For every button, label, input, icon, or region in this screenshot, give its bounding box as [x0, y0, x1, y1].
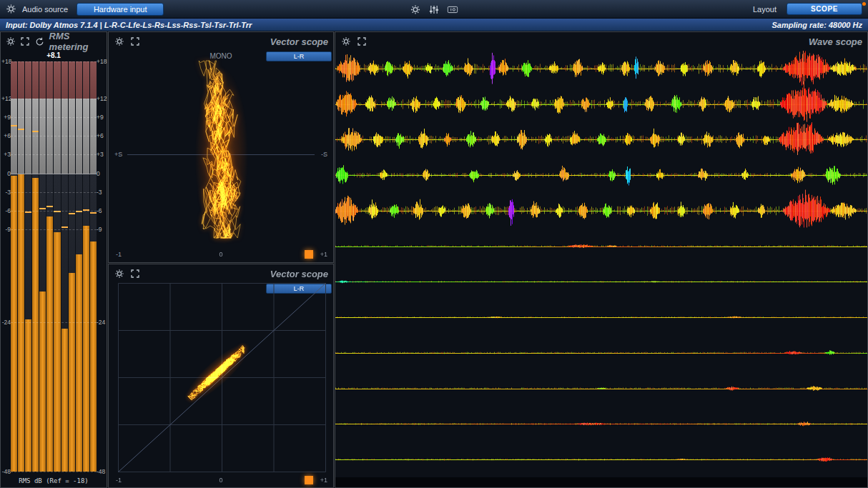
- vector-bottom-title: Vector scope: [270, 269, 328, 279]
- fullscreen-icon[interactable]: [21, 36, 30, 47]
- rms-meter-fill: [76, 254, 82, 472]
- rms-meter-channel: [61, 61, 68, 472]
- rms-peak-marker: [76, 211, 82, 212]
- axis-label-pos1: +1: [320, 251, 327, 258]
- gear-icon[interactable]: [114, 269, 124, 279]
- rms-peak-marker: [83, 209, 89, 211]
- vector-scope-display: [109, 283, 333, 476]
- wave-scope-panel: Wave scope: [335, 31, 868, 488]
- rms-scale-tick: +18: [1, 58, 11, 65]
- rms-meter-fill: [32, 178, 39, 472]
- wave-panel-footer: [335, 477, 867, 487]
- topbar-center-icons: [410, 0, 458, 19]
- top-toolbar: Audio source Hardware input Layout SCOPE: [0, 0, 868, 19]
- rms-meter-fill: [25, 319, 31, 472]
- rms-scale-left: +18+12+9+6+30-3-6-9-24-48: [1, 61, 11, 472]
- vector-scope-panel-bottom: Vector scope L-R -1 0 +1: [108, 264, 334, 488]
- rms-scale-tick: +6: [1, 132, 11, 139]
- settings-gear-icon[interactable]: [6, 4, 16, 14]
- rms-meter-fill: [69, 273, 75, 472]
- input-info-bar: Input: Dolby Atmos 7.1.4 | L-R-C-Lfe-Ls-…: [0, 19, 868, 31]
- rms-scale-tick: -9: [1, 226, 11, 233]
- fullscreen-icon[interactable]: [129, 36, 140, 47]
- gear-icon[interactable]: [410, 4, 421, 15]
- rms-scale-tick: 0: [1, 170, 11, 177]
- rms-scale-tick: -48: [97, 468, 106, 475]
- rms-grid-line: [11, 472, 97, 472]
- rms-footer-label: RMS dB (Ref = -18): [1, 477, 107, 484]
- vector-top-header: Vector scope: [109, 32, 333, 51]
- rms-meter-fill: [39, 292, 46, 472]
- rms-peak-marker: [61, 226, 68, 228]
- gear-icon[interactable]: [6, 36, 16, 47]
- rms-peak-marker: [25, 211, 31, 213]
- layout-label: Layout: [753, 5, 776, 14]
- notification-dot: [862, 2, 866, 6]
- rms-meter-channel: [39, 61, 46, 472]
- hardware-input-button[interactable]: Hardware input: [77, 3, 164, 16]
- rms-meter-fill: [90, 241, 97, 472]
- rms-meter-fill: [61, 329, 68, 472]
- rms-meter-channel: [25, 61, 31, 472]
- rms-meter-channel: [83, 61, 89, 472]
- fullscreen-icon[interactable]: [356, 36, 367, 47]
- rms-scale-tick: -3: [1, 189, 11, 196]
- input-output-icon[interactable]: [448, 4, 458, 15]
- rms-meter-channel: [69, 61, 75, 472]
- rms-meter-channel: [46, 61, 53, 472]
- rms-panel-title: RMS metering: [49, 31, 102, 52]
- rms-meter-channel: [32, 61, 39, 472]
- rms-peak-marker: [46, 206, 53, 207]
- rms-scale-tick: -24: [97, 319, 106, 326]
- rms-meter-area: [11, 61, 97, 472]
- rms-metering-panel: RMS metering +8.1 +18+12+9+6+30-3-6-9-24…: [0, 31, 107, 488]
- wave-scope-display: [335, 51, 867, 477]
- axis-label-pos1: +1: [320, 477, 327, 484]
- rms-peak-readout: +8.1: [1, 51, 107, 59]
- scope-button[interactable]: SCOPE: [786, 3, 862, 15]
- reset-refresh-icon[interactable]: [35, 36, 44, 47]
- vector-scope-display: [109, 51, 333, 244]
- rms-meter-channel: [11, 61, 17, 472]
- rms-scale-tick: 0: [97, 170, 106, 177]
- rms-scale-tick: +6: [97, 132, 106, 139]
- rms-meter-fill: [46, 216, 53, 472]
- rms-peak-marker: [69, 213, 75, 214]
- rms-scale-tick: +3: [97, 151, 106, 158]
- vector-scope-panel-top: Vector scope MONO L-R +S -S -1 0 +1: [108, 31, 334, 263]
- rms-meter-fill: [83, 226, 89, 472]
- rms-peak-marker: [11, 125, 17, 126]
- rms-meter-bars: [11, 61, 97, 472]
- rms-peak-marker: [32, 131, 39, 132]
- rms-scale-tick: -6: [97, 207, 106, 214]
- rms-scale-tick: -3: [97, 189, 106, 196]
- topbar-right: Layout SCOPE: [753, 3, 862, 15]
- rms-scale-tick: -6: [1, 207, 11, 214]
- sampling-rate-text: Sampling rate: 48000 Hz: [771, 21, 862, 29]
- rms-meter-channel: [54, 61, 60, 472]
- rms-meter-fill: [18, 174, 24, 472]
- rms-peak-marker: [54, 211, 60, 212]
- rms-peak-marker: [18, 129, 24, 130]
- clip-indicator[interactable]: [305, 476, 313, 484]
- rms-scale-tick: -48: [1, 468, 11, 475]
- rms-scale-tick: +18: [97, 58, 106, 65]
- gear-icon[interactable]: [340, 36, 351, 47]
- rms-scale-tick: +9: [97, 114, 106, 121]
- clip-indicator[interactable]: [305, 250, 313, 259]
- wave-panel-header: Wave scope: [335, 32, 867, 51]
- rms-scale-right: +18+12+9+6+30-3-6-9-24-48: [97, 61, 106, 472]
- wave-panel-title: Wave scope: [809, 36, 862, 47]
- vector-top-title: Vector scope: [270, 36, 328, 47]
- rms-meter-channel: [76, 61, 82, 472]
- rms-meter-fill: [54, 232, 60, 472]
- rms-peak-marker: [39, 208, 46, 209]
- gear-icon[interactable]: [114, 36, 124, 47]
- input-format-text: Input: Dolby Atmos 7.1.4 | L-R-C-Lfe-Ls-…: [6, 21, 252, 29]
- rms-scale-tick: +9: [1, 114, 11, 121]
- rms-scale-tick: -9: [97, 226, 106, 233]
- fullscreen-icon[interactable]: [129, 269, 140, 279]
- vector-bottom-header: Vector scope: [109, 264, 333, 283]
- mixer-sliders-icon[interactable]: [429, 4, 440, 15]
- rms-meter-fill: [11, 176, 17, 472]
